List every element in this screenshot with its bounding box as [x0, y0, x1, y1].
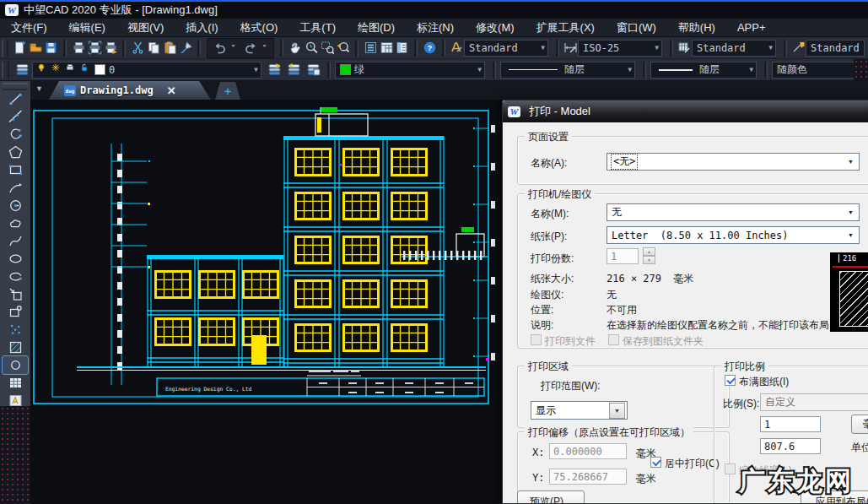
menu-dimension[interactable]: 标注(N) [406, 20, 465, 35]
location-value: 不可用 [607, 303, 637, 317]
menu-modify[interactable]: 修改(M) [465, 20, 526, 35]
fit-to-paper-checkbox[interactable] [725, 375, 736, 386]
paste-button[interactable] [162, 39, 178, 57]
zoom-window-button[interactable] [320, 39, 336, 57]
cut-button[interactable] [130, 39, 146, 57]
menu-format[interactable]: 格式(O) [229, 20, 289, 35]
redo-button[interactable] [240, 39, 261, 57]
scale-numerator-input[interactable]: 1 [760, 416, 821, 432]
spinner-down-icon[interactable]: ▼ [643, 256, 655, 264]
zoom-realtime-button[interactable] [304, 39, 320, 57]
menu-file[interactable]: 文件(F) [0, 20, 58, 35]
save-to-folder-checkbox[interactable] [608, 334, 619, 345]
help-button[interactable]: ? [422, 39, 438, 57]
paper-combo[interactable]: Letter (8.50 x 11.00 Inches) ▼ [607, 226, 860, 244]
tool-spline[interactable] [3, 232, 28, 250]
print-dialog-titlebar[interactable]: W 打印 - Model [503, 100, 868, 122]
dim-style-combo[interactable]: ISO-25 ▼ [578, 40, 662, 57]
tool-table[interactable] [3, 374, 28, 392]
layer-manager-button[interactable] [13, 61, 32, 79]
printer-name-combo[interactable]: 无 ▼ [607, 203, 860, 221]
pan-button[interactable] [288, 39, 304, 57]
redo-list-arrow[interactable] [261, 39, 272, 57]
plot-range-combo[interactable]: 显示 ▼ [531, 401, 628, 420]
tool-polyline[interactable] [3, 126, 28, 144]
menu-insert[interactable]: 插入(I) [175, 20, 229, 35]
plot-preview-button[interactable] [87, 39, 103, 57]
publish-button[interactable] [103, 39, 119, 57]
menu-edit[interactable]: 编辑(E) [58, 20, 116, 35]
menu-window[interactable]: 窗口(W) [606, 20, 667, 35]
tool-region[interactable] [3, 356, 28, 374]
text-style-combo[interactable]: Standard ▼ [464, 40, 548, 57]
new-tab-button[interactable]: ＋ [215, 82, 240, 100]
menu-view[interactable]: 视图(V) [116, 20, 175, 35]
table-style-combo[interactable]: Standard ▼ [692, 40, 776, 57]
linetype-combo[interactable]: 随层 ▼ [500, 62, 635, 79]
copy-button[interactable] [146, 39, 162, 57]
tab-overflow-button[interactable]: ▼ [35, 84, 43, 93]
spinner-up-icon[interactable]: ▲ [643, 247, 655, 256]
tool-point[interactable] [3, 321, 28, 339]
menu-express-tools[interactable]: 扩展工具(X) [526, 20, 606, 35]
lineweight-combo[interactable]: 随层 ▼ [650, 62, 757, 79]
plot-button[interactable] [71, 39, 87, 57]
tool-circle[interactable] [3, 197, 28, 214]
preview-button[interactable]: 预览(P)... [517, 490, 585, 504]
copies-spinner[interactable]: ▲ ▼ [643, 247, 655, 264]
scale-denominator-input[interactable]: 807.6 [760, 438, 821, 454]
tool-ellipse-arc[interactable] [3, 268, 28, 285]
undo-button[interactable] [209, 39, 229, 57]
scale-combo[interactable]: 自定义 [760, 393, 868, 411]
match-properties-button[interactable] [178, 39, 194, 57]
page-setup-name-combo[interactable]: <无> ▼ [607, 153, 860, 171]
tool-make-block[interactable] [3, 303, 28, 321]
tool-hatch[interactable] [3, 339, 28, 356]
new-file-button[interactable] [12, 39, 28, 57]
tool-ellipse[interactable] [3, 250, 28, 268]
layer-previous-button[interactable] [284, 61, 304, 79]
plot-style-combo[interactable]: 随颜色 ▼ [772, 62, 865, 79]
watermark-text: 广东龙网 [738, 466, 854, 496]
scale-lineweight-checkbox[interactable] [725, 463, 736, 474]
make-object-layer-current-button[interactable] [265, 61, 284, 79]
save-button[interactable] [44, 39, 60, 57]
menu-help[interactable]: 帮助(H) [667, 20, 726, 35]
tool-arc[interactable] [3, 179, 28, 197]
tool-rectangle[interactable] [3, 161, 28, 179]
chevron-down-icon: ▼ [623, 66, 632, 73]
toolbar-drag-handle[interactable] [2, 40, 8, 57]
tool-revision-cloud[interactable] [3, 214, 28, 232]
open-file-button[interactable] [28, 39, 44, 57]
tool-line[interactable] [3, 90, 28, 108]
toolbar-drag-handle[interactable] [2, 62, 9, 79]
toolbar-grip[interactable] [3, 83, 28, 90]
zoom-previous-button[interactable] [335, 39, 351, 57]
tool-polygon[interactable] [3, 144, 28, 161]
color-combo[interactable]: 绿 ▼ [335, 62, 485, 79]
offset-x-input[interactable]: 0.000000 [549, 443, 627, 459]
properties-palette-button[interactable] [363, 39, 379, 57]
menu-tools[interactable]: 工具(T) [288, 20, 347, 35]
layer-combo[interactable]: 0 ▼ [32, 62, 261, 79]
plot-to-file-checkbox[interactable] [531, 334, 542, 345]
menu-draw[interactable]: 绘图(D) [347, 20, 406, 35]
scale-unit-button[interactable]: 毫米 [851, 415, 868, 434]
chevron-down-icon: ▼ [536, 44, 545, 51]
color-value: 绿 [354, 62, 364, 77]
toolbar-separator [442, 40, 445, 57]
tool-palettes-button[interactable] [395, 39, 411, 57]
close-tab-icon[interactable]: ✕ [167, 84, 176, 97]
menu-app-plus[interactable]: APP+ [726, 21, 777, 34]
layer-states-button[interactable] [304, 61, 323, 79]
tool-construction-line[interactable] [3, 108, 28, 126]
tool-insert-block[interactable] [3, 285, 28, 303]
mleader-style-combo[interactable]: Standard [806, 40, 865, 57]
center-plot-checkbox[interactable] [650, 457, 661, 468]
drawing-canvas[interactable]: Engineering Design Co., Ltd [30, 100, 502, 504]
tab-drawing1[interactable]: dwg Drawing1.dwg ✕ [49, 81, 211, 100]
design-center-button[interactable] [379, 39, 395, 57]
copies-input[interactable]: 1 [607, 248, 639, 264]
undo-list-arrow[interactable] [229, 39, 240, 57]
offset-y-input[interactable]: 75.268667 [549, 469, 627, 485]
